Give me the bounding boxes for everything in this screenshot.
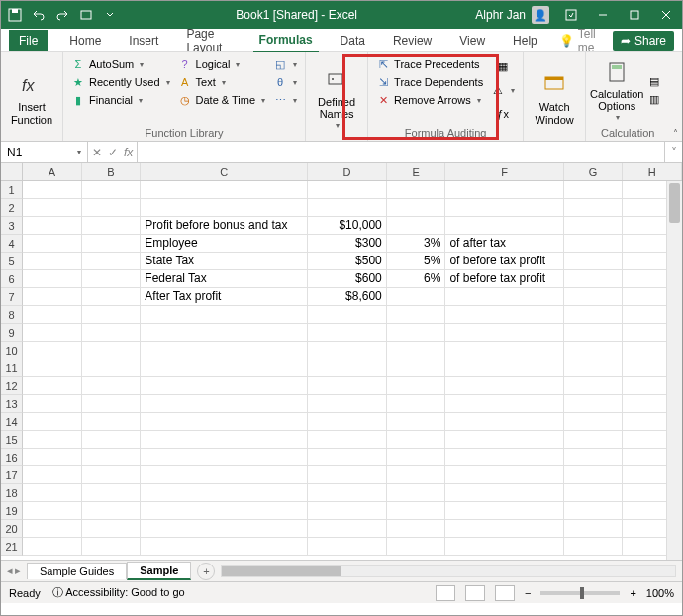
cell[interactable] bbox=[82, 359, 142, 377]
cell[interactable]: $10,000 bbox=[308, 217, 387, 235]
cell[interactable] bbox=[564, 359, 624, 377]
cell[interactable] bbox=[141, 324, 308, 342]
sheet-nav-next-icon[interactable]: ▸ bbox=[15, 565, 21, 577]
cell[interactable]: of before tax profit bbox=[445, 253, 563, 270]
column-header[interactable]: H bbox=[623, 163, 682, 180]
view-normal-button[interactable] bbox=[436, 585, 455, 601]
cell[interactable]: Employee bbox=[141, 235, 308, 253]
cell[interactable]: 5% bbox=[387, 253, 446, 270]
cell[interactable] bbox=[308, 395, 387, 413]
defined-names-button[interactable]: Defined Names▾ bbox=[312, 56, 361, 141]
column-header[interactable]: C bbox=[141, 163, 308, 180]
sheet-nav-prev-icon[interactable]: ◂ bbox=[7, 565, 13, 577]
cell[interactable] bbox=[387, 413, 446, 431]
tell-me[interactable]: 💡Tell me bbox=[559, 27, 597, 54]
cell[interactable] bbox=[23, 431, 82, 449]
watch-window-button[interactable]: Watch Window bbox=[530, 56, 579, 141]
cell[interactable] bbox=[387, 520, 446, 538]
accessibility-status[interactable]: ⓘ Accessibility: Good to go bbox=[52, 585, 185, 600]
cell[interactable] bbox=[141, 359, 308, 377]
cell[interactable] bbox=[564, 484, 624, 502]
row-header[interactable]: 20 bbox=[1, 520, 23, 538]
row-header[interactable]: 7 bbox=[1, 288, 23, 306]
cell[interactable] bbox=[308, 359, 387, 377]
row-header[interactable]: 5 bbox=[1, 253, 23, 270]
cell[interactable] bbox=[82, 342, 142, 359]
cell[interactable] bbox=[141, 431, 308, 449]
cell[interactable] bbox=[564, 431, 624, 449]
cell[interactable] bbox=[141, 306, 308, 324]
cell[interactable] bbox=[564, 520, 624, 538]
cell[interactable] bbox=[23, 342, 82, 359]
row-header[interactable]: 19 bbox=[1, 502, 23, 520]
cell[interactable] bbox=[387, 181, 446, 199]
cell[interactable] bbox=[82, 253, 142, 270]
cell[interactable] bbox=[308, 199, 387, 217]
cancel-icon[interactable]: ✕ bbox=[92, 146, 102, 159]
zoom-in-button[interactable]: + bbox=[630, 587, 635, 599]
lookup-button[interactable]: ◱▾ bbox=[271, 56, 299, 72]
cell[interactable] bbox=[141, 413, 308, 431]
cell[interactable] bbox=[82, 502, 142, 520]
remove-arrows-button[interactable]: ✕Remove Arrows▾ bbox=[374, 92, 485, 108]
calc-now-button[interactable]: ▤ bbox=[645, 74, 663, 90]
row-header[interactable]: 17 bbox=[1, 466, 23, 484]
cell[interactable]: 6% bbox=[387, 270, 446, 288]
column-headers[interactable]: ABCDEFGH bbox=[23, 163, 682, 181]
column-header[interactable]: F bbox=[445, 163, 563, 180]
cell[interactable] bbox=[141, 395, 308, 413]
cell[interactable] bbox=[82, 431, 142, 449]
row-header[interactable]: 6 bbox=[1, 270, 23, 288]
row-header[interactable]: 8 bbox=[1, 306, 23, 324]
zoom-slider[interactable] bbox=[540, 591, 620, 595]
cells-area[interactable]: Profit before bonus and tax$10,000Employ… bbox=[23, 181, 682, 560]
expand-formula-bar-icon[interactable]: ˅ bbox=[664, 142, 682, 162]
cell[interactable] bbox=[445, 377, 563, 395]
column-header[interactable]: A bbox=[23, 163, 82, 180]
cell[interactable] bbox=[141, 199, 308, 217]
cell[interactable] bbox=[82, 520, 142, 538]
undo-icon[interactable] bbox=[29, 5, 49, 25]
row-header[interactable]: 12 bbox=[1, 377, 23, 395]
cell[interactable] bbox=[308, 466, 387, 484]
cell[interactable] bbox=[445, 306, 563, 324]
date-time-button[interactable]: ◷Date & Time▾ bbox=[176, 92, 268, 108]
cell[interactable] bbox=[445, 395, 563, 413]
scrollbar-thumb[interactable] bbox=[222, 566, 341, 576]
tab-insert[interactable]: Insert bbox=[123, 30, 164, 51]
sheet-tab-sample[interactable]: Sample bbox=[127, 562, 191, 580]
cell[interactable] bbox=[445, 538, 563, 556]
cell[interactable] bbox=[82, 181, 142, 199]
cell[interactable] bbox=[564, 538, 624, 556]
cell[interactable] bbox=[564, 270, 624, 288]
insert-function-button[interactable]: fx Insert Function bbox=[7, 56, 56, 141]
cell[interactable] bbox=[23, 270, 82, 288]
cell[interactable]: of before tax profit bbox=[445, 270, 563, 288]
row-header[interactable]: 3 bbox=[1, 217, 23, 235]
row-header[interactable]: 13 bbox=[1, 395, 23, 413]
qat-customize-icon[interactable] bbox=[100, 5, 120, 25]
cell[interactable] bbox=[387, 484, 446, 502]
enter-icon[interactable]: ✓ bbox=[108, 146, 118, 159]
cell[interactable] bbox=[445, 484, 563, 502]
fx-icon[interactable]: fx bbox=[124, 146, 133, 159]
cell[interactable] bbox=[141, 449, 308, 466]
cell[interactable] bbox=[564, 466, 624, 484]
evaluate-formula-button[interactable]: ƒx bbox=[494, 106, 512, 122]
column-header[interactable]: G bbox=[564, 163, 624, 180]
cell[interactable] bbox=[23, 520, 82, 538]
trace-dependents-button[interactable]: ⇲Trace Dependents bbox=[374, 74, 485, 90]
cell[interactable]: Profit before bonus and tax bbox=[141, 217, 308, 235]
cell[interactable] bbox=[23, 413, 82, 431]
cell[interactable] bbox=[23, 324, 82, 342]
cell[interactable] bbox=[82, 306, 142, 324]
cell[interactable]: $500 bbox=[308, 253, 387, 270]
cell[interactable] bbox=[308, 502, 387, 520]
cell[interactable] bbox=[387, 288, 446, 306]
row-header[interactable]: 16 bbox=[1, 449, 23, 466]
cell[interactable] bbox=[387, 324, 446, 342]
cell[interactable] bbox=[564, 377, 624, 395]
zoom-out-button[interactable]: − bbox=[525, 587, 531, 599]
cell[interactable] bbox=[308, 484, 387, 502]
row-header[interactable]: 14 bbox=[1, 413, 23, 431]
